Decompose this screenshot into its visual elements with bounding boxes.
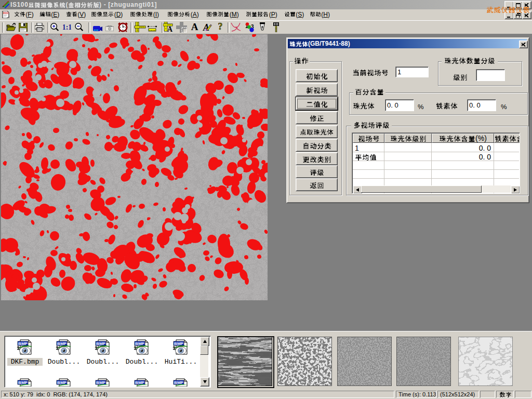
svg-text:1:1: 1:1 — [63, 23, 71, 31]
svg-text:DOC: DOC — [3, 11, 9, 15]
svg-text:BMP: BMP — [174, 341, 183, 346]
svg-text:BMP: BMP — [96, 341, 105, 346]
svg-text:BMP: BMP — [18, 341, 28, 346]
svg-text:A: A — [167, 25, 173, 32]
svg-text:BMP: BMP — [135, 341, 144, 346]
svg-text:?: ? — [218, 22, 223, 31]
svg-text:BMP: BMP — [57, 341, 66, 346]
svg-text:A: A — [191, 22, 198, 31]
